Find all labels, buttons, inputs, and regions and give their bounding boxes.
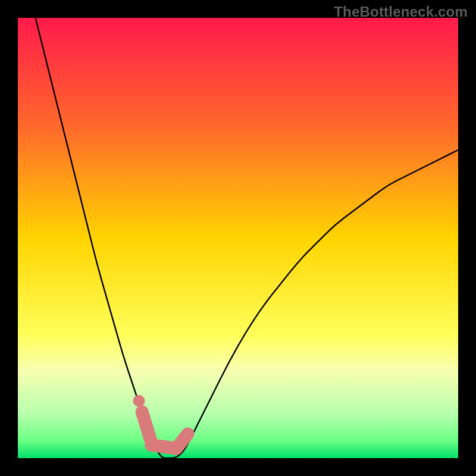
chart-frame: TheBottleneck.com xyxy=(0,0,476,476)
chart-svg xyxy=(18,18,458,458)
highlight-segment xyxy=(176,434,187,448)
watermark-text: TheBottleneck.com xyxy=(334,4,468,20)
highlight-segment xyxy=(142,412,151,440)
gradient-background xyxy=(18,18,458,458)
highlight-dot xyxy=(133,395,145,407)
plot-area xyxy=(18,18,458,458)
